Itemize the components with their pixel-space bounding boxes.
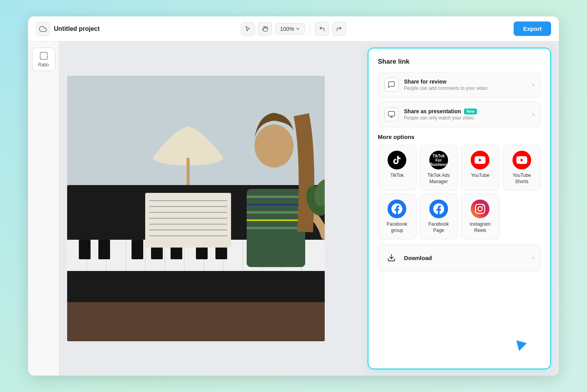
cloud-icon[interactable] xyxy=(36,22,50,36)
select-tool-button[interactable] xyxy=(241,22,255,36)
ratio-label: Ratio xyxy=(38,62,49,68)
share-panel: Share link Share for review People can a… xyxy=(368,48,551,369)
platform-grid-row2: Facebook group Facebook Page xyxy=(378,194,541,239)
tiktok-platform[interactable]: TikTok xyxy=(378,145,416,191)
facebook-page-label: Facebook Page xyxy=(423,221,455,233)
share-review-desc: People can add comments to your video. xyxy=(404,86,527,91)
share-presentation-arrow: › xyxy=(532,111,534,118)
download-option[interactable]: Download › xyxy=(378,244,541,271)
facebook-page-platform[interactable]: Facebook Page xyxy=(420,194,458,239)
share-for-review-option[interactable]: Share for review People can add comments… xyxy=(378,72,541,98)
svg-rect-1 xyxy=(40,52,47,59)
svg-rect-23 xyxy=(132,240,143,259)
app-window: Untitled project 100% xyxy=(28,16,559,376)
svg-rect-31 xyxy=(145,193,231,248)
tiktok-icon xyxy=(388,151,406,169)
header-left: Untitled project xyxy=(36,22,236,36)
share-link-title: Share link xyxy=(378,58,541,66)
new-badge: New xyxy=(464,109,477,114)
youtube-shorts-label: YouTube Shorts xyxy=(506,173,538,185)
svg-marker-0 xyxy=(246,27,249,31)
sidebar: Ratio xyxy=(28,41,59,376)
export-button[interactable]: Export xyxy=(514,21,551,36)
more-options-title: More options xyxy=(378,134,541,140)
svg-rect-5 xyxy=(187,158,190,189)
project-title: Untitled project xyxy=(54,25,100,32)
redo-button[interactable] xyxy=(332,22,346,36)
download-arrow: › xyxy=(532,254,534,261)
download-label: Download xyxy=(404,255,527,261)
header-center: 100% xyxy=(241,22,347,36)
youtube-icon xyxy=(471,151,489,169)
instagram-reels-label: Instagram Reels xyxy=(464,221,496,233)
share-presentation-icon xyxy=(384,107,398,121)
facebook-group-label: Facebook group xyxy=(381,221,413,233)
share-presentation-desc: People can only watch your video. xyxy=(404,115,527,121)
youtube-platform[interactable]: YouTube xyxy=(461,145,500,191)
tiktok-label: TikTok xyxy=(390,173,404,179)
instagram-reels-icon xyxy=(471,200,489,218)
svg-point-39 xyxy=(254,125,294,167)
piano-svg xyxy=(67,76,325,341)
divider xyxy=(310,23,310,35)
hand-tool-button[interactable] xyxy=(258,22,272,36)
share-as-presentation-option[interactable]: Share as presentation New People can onl… xyxy=(378,102,541,127)
instagram-reels-platform[interactable]: Instagram Reels xyxy=(461,194,500,239)
facebook-group-platform[interactable]: Facebook group xyxy=(378,194,416,239)
share-presentation-text: Share as presentation New People can onl… xyxy=(404,108,527,121)
tiktok-ads-label: TikTok Ads Manager xyxy=(423,173,455,185)
zoom-value: 100% xyxy=(280,26,294,32)
canvas-area: Share link Share for review People can a… xyxy=(59,41,559,376)
share-review-arrow: › xyxy=(532,81,534,88)
download-icon xyxy=(384,251,398,265)
facebook-page-icon xyxy=(429,200,448,218)
main-area: Ratio xyxy=(28,41,559,376)
header: Untitled project 100% xyxy=(28,16,559,41)
platform-grid-row1: TikTok TikTokForBusiness TikTok Ads Mana… xyxy=(378,145,541,191)
svg-rect-22 xyxy=(98,240,110,259)
header-right: Export xyxy=(351,21,551,36)
video-canvas xyxy=(67,76,325,341)
share-review-icon xyxy=(384,78,398,92)
svg-rect-21 xyxy=(79,240,91,259)
share-review-text: Share for review People can add comments… xyxy=(404,78,527,91)
share-review-title: Share for review xyxy=(404,78,527,85)
youtube-label: YouTube xyxy=(471,173,489,179)
ratio-icon xyxy=(39,51,48,61)
facebook-group-icon xyxy=(388,200,406,218)
tiktok-ads-icon: TikTokForBusiness xyxy=(429,151,448,169)
youtube-shorts-icon xyxy=(512,151,531,169)
tiktok-ads-platform[interactable]: TikTokForBusiness TikTok Ads Manager xyxy=(420,145,458,191)
undo-button[interactable] xyxy=(315,22,329,36)
svg-rect-48 xyxy=(388,112,395,116)
zoom-selector[interactable]: 100% xyxy=(275,23,306,35)
cursor-pointer xyxy=(516,338,528,351)
chevron-down-icon xyxy=(295,27,300,31)
youtube-shorts-platform[interactable]: YouTube Shorts xyxy=(503,145,541,191)
ratio-button[interactable]: Ratio xyxy=(32,48,55,71)
share-presentation-title: Share as presentation New xyxy=(404,108,527,114)
